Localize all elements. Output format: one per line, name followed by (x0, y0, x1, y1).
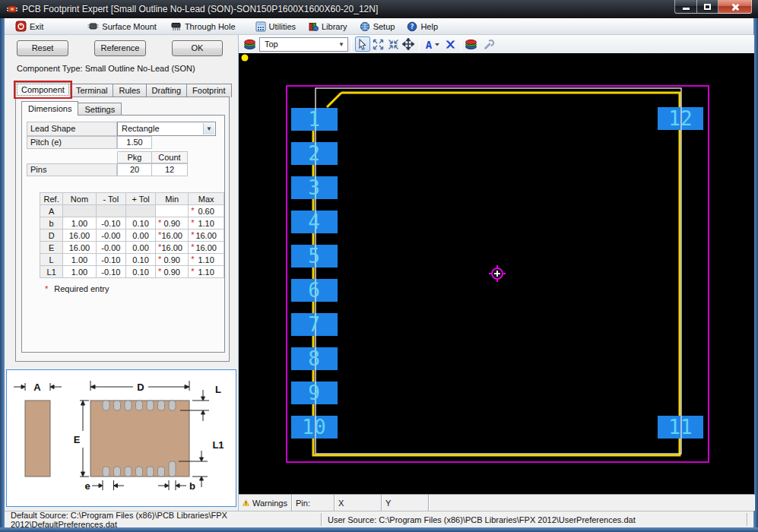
ok-button[interactable]: OK (172, 40, 223, 56)
tab-settings[interactable]: Settings (78, 103, 122, 116)
pin1-marker (327, 93, 341, 107)
svg-text:3: 3 (308, 176, 320, 199)
lead-shape-dropdown[interactable]: Rectangle ▼ (117, 122, 216, 136)
tab-component[interactable]: Component (15, 82, 71, 97)
warning-icon (243, 498, 249, 508)
delete-dimension-button[interactable] (442, 36, 458, 52)
svg-text:A: A (33, 382, 41, 393)
svg-text:D: D (137, 382, 144, 393)
close-icon (731, 3, 739, 11)
tab-dimensions[interactable]: Dimensions (21, 101, 78, 116)
utilities-icon (255, 21, 266, 32)
user-source-path: User Source: C:\Program Files (x86)\PCB … (328, 515, 747, 524)
status-separator (321, 513, 322, 526)
svg-text:E: E (74, 434, 81, 445)
reset-button[interactable]: Reset (17, 40, 68, 56)
dim-e (92, 480, 124, 490)
footprint-canvas[interactable]: 1 2 3 4 5 6 7 8 9 10 11 12 (239, 53, 754, 494)
table-row: D 16.00 -0.00 0.00 *16.00 *16.00 (40, 230, 224, 242)
grid-origin-dot (242, 55, 249, 62)
component-type-label: Component Type: Small Outline No-Lead (S… (17, 64, 195, 73)
package-diagram: A (7, 370, 236, 506)
svg-text:2: 2 (308, 142, 320, 165)
close-button[interactable] (718, 0, 752, 14)
sub-tab-strip: Dimensions Settings (21, 101, 121, 116)
layers-icon (243, 38, 256, 51)
maximize-icon (704, 4, 711, 10)
layers-icon[interactable] (465, 38, 477, 51)
collapse-arrows-icon (388, 39, 399, 50)
warnings-cell[interactable]: Warnings (239, 495, 292, 511)
library-icon (308, 21, 319, 32)
zoom-fit-button[interactable] (385, 36, 401, 52)
svg-text:12: 12 (668, 107, 692, 130)
menu-utilities[interactable]: Utilities (252, 19, 299, 34)
tab-drafting[interactable]: Drafting (146, 84, 188, 97)
lead-shape-label: Lead Shape (27, 122, 117, 136)
table-header-row: Ref. Nom - Tol + Tol Min Max (40, 193, 224, 205)
maximize-button[interactable] (697, 0, 718, 14)
menu-surface-mount[interactable]: Surface Mount (84, 19, 160, 34)
pins-count-input[interactable]: 12 (151, 163, 188, 176)
canvas-status-bar: Warnings Pin: X Y (239, 494, 754, 511)
table-row: L 1.00 -0.10 0.10 *0.90 *1.10 (40, 254, 224, 266)
menu-setup[interactable]: Setup (357, 19, 398, 34)
dimensions-page: Lead Shape Rectangle ▼ Pitch (e) 1.50 Pk… (21, 115, 225, 353)
menu-through-hole[interactable]: Through Hole (167, 19, 239, 34)
pins-pkg-input[interactable]: 20 (117, 163, 152, 176)
dimension-text-button[interactable]: A (423, 36, 442, 52)
svg-text:?: ? (411, 23, 414, 30)
svg-text:L: L (215, 384, 221, 395)
count-column-header: Count (151, 151, 188, 163)
dim-E (80, 401, 89, 477)
tab-footprint[interactable]: Footprint (186, 84, 231, 97)
tab-terminal[interactable]: Terminal (70, 84, 114, 97)
app-icon (6, 3, 18, 15)
pitch-label: Pitch (e) (27, 136, 117, 149)
canvas-toolbar: Top ▼ (239, 35, 754, 53)
svg-text:5: 5 (308, 245, 320, 268)
pitch-input[interactable]: 1.50 (117, 136, 152, 149)
toolbar-separator (351, 37, 352, 51)
svg-text:L1: L1 (212, 439, 224, 451)
assembly-outline[interactable] (316, 88, 681, 454)
zoom-extents-button[interactable] (370, 36, 385, 52)
menu-help[interactable]: ? Help (404, 19, 441, 34)
svg-text:4: 4 (308, 211, 320, 233)
setup-icon (360, 21, 370, 32)
svg-text:9: 9 (308, 382, 320, 404)
layer-dropdown[interactable]: Top ▼ (259, 37, 348, 52)
svg-text:b: b (189, 480, 195, 492)
pins-label: Pins (27, 163, 117, 176)
svg-text:A: A (426, 39, 433, 50)
through-hole-icon (170, 21, 182, 31)
menu-bar: Exit Surface Mount Through Hole Utilitie… (5, 18, 753, 35)
menu-exit[interactable]: Exit (12, 19, 46, 34)
side-view-body (25, 401, 50, 477)
tab-rules[interactable]: Rules (113, 84, 146, 97)
help-icon: ? (407, 21, 417, 32)
chevron-down-icon: ▼ (338, 38, 344, 51)
chevron-down-icon[interactable]: ▼ (203, 123, 214, 135)
tools-button[interactable] (482, 36, 497, 52)
table-row: b 1.00 -0.10 0.10 *0.90 *1.10 (40, 217, 224, 230)
pin-status-cell: Pin: (292, 495, 335, 511)
move-icon (402, 38, 414, 50)
minimize-button[interactable] (674, 0, 697, 14)
reference-button[interactable]: Reference (94, 40, 146, 56)
dimensions-table: Ref. Nom - Tol + Tol Min Max A *0.60 (40, 192, 224, 278)
select-tool-button[interactable] (355, 36, 370, 52)
origin-marker (489, 265, 506, 282)
y-coordinate-cell: Y (382, 495, 429, 511)
surface-mount-icon (87, 21, 99, 31)
table-row: A *0.60 (40, 205, 224, 217)
x-coordinate-cell: X (335, 495, 382, 511)
pan-tool-button[interactable] (401, 36, 416, 52)
app-status-bar: Default Source: C:\Program Files (x86)\P… (5, 511, 753, 527)
menu-library[interactable]: Library (305, 19, 350, 34)
svg-text:6: 6 (308, 279, 320, 302)
package-diagram-panel: A (6, 369, 236, 507)
status-separator (747, 513, 747, 526)
settings-panel: Reset Reference OK Component Type: Small… (5, 35, 238, 511)
svg-text:1: 1 (308, 108, 320, 131)
